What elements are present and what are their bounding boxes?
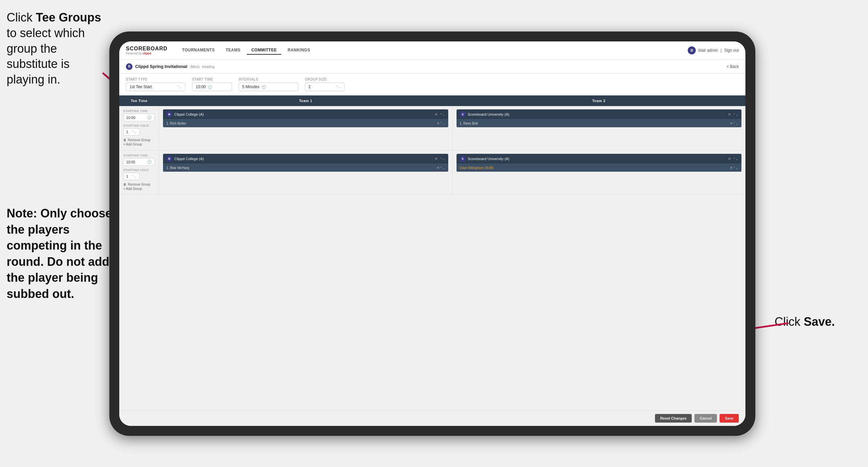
intervals-input[interactable]: 5 Minutes 🕙	[239, 83, 298, 91]
sub-header-title: Clippd Spring Invitational	[135, 64, 187, 69]
starting-time-input-1[interactable]: 10:00 🕙	[123, 114, 155, 121]
team1-actions-2: ✕ ⌃⌄	[435, 157, 445, 161]
cancel-button[interactable]: Cancel	[694, 414, 717, 422]
nav-teams[interactable]: TEAMS	[221, 46, 245, 55]
nav-user: B blair admin | Sign out	[688, 47, 739, 54]
team2-card-1[interactable]: S Scoreboard University (A) ✕ ⌃⌄ 1. Rees…	[457, 109, 742, 127]
group-size-label: Group Size	[305, 78, 345, 81]
team1-icon-1: B	[166, 111, 172, 117]
group-row-1: STARTING TIME: 10:00 🕙 STARTING HOLE: 1 …	[119, 106, 745, 150]
start-type-group: Start Type 1st Tee Start ⌃⌄	[126, 78, 186, 91]
team2-col-2: S Scoreboard University (A) ✕ ⌃⌄ Dave Bi…	[453, 150, 746, 195]
remove-group-btn-1[interactable]: 🗑 Remove Group	[123, 138, 155, 142]
starting-time-label-2: STARTING TIME:	[123, 154, 155, 157]
group-row-2: STARTING TIME: 10:05 🕙 STARTING HOLE: 1 …	[119, 150, 745, 195]
team2-chevron-2[interactable]: ⌃⌄	[733, 157, 738, 161]
team1-card-2[interactable]: B Clippd College (A) ✕ ⌃⌄ 2. Blair McHar…	[163, 154, 448, 172]
intervals-label: Intervals	[239, 78, 298, 81]
click-save-label: Click Save.	[775, 315, 835, 329]
player-chevron-2-0: ⌃⌄	[440, 166, 445, 170]
player-chevron-1-0: ⌃⌄	[440, 122, 445, 125]
team2-col-1: S Scoreboard University (A) ✕ ⌃⌄ 1. Rees…	[453, 106, 746, 150]
team2-card-2[interactable]: S Scoreboard University (A) ✕ ⌃⌄ Dave Bi…	[457, 154, 742, 172]
th-team1: Team 1	[159, 95, 452, 106]
nav-links: TOURNAMENTS TEAMS COMMITTEE RANKINGS	[178, 46, 688, 55]
player2-name-2-0: Dave Billingham (SUB)	[460, 166, 730, 170]
starting-time-input-2[interactable]: 10:05 🕙	[123, 158, 155, 166]
team2-remove-1[interactable]: ✕	[728, 112, 731, 117]
start-time-label: Start Time	[192, 78, 232, 81]
start-type-arrow: ⌃⌄	[177, 85, 182, 89]
table-header: Tee Time Team 1 Team 2	[119, 95, 745, 106]
reset-changes-button[interactable]: Reset Changes	[655, 414, 692, 422]
player-remove-2-0[interactable]: ✕	[437, 166, 440, 170]
starting-hole-label-1: STARTING HOLE:	[123, 124, 155, 127]
team2-name-1: Scoreboard University (A)	[468, 112, 726, 116]
team1-chevron-1[interactable]: ⌃⌄	[440, 113, 445, 116]
team-columns-2: B Clippd College (A) ✕ ⌃⌄ 2. Blair McHar…	[159, 150, 745, 195]
team2-chevron-1[interactable]: ⌃⌄	[733, 113, 738, 116]
add-group-btn-1[interactable]: + Add Group	[123, 143, 155, 146]
player-row-1-0[interactable]: 1. Rich Butler ✕ ⌃⌄	[163, 119, 448, 127]
player2-row-1-0[interactable]: 1. Rees Britt ✕ ⌃⌄	[457, 119, 742, 127]
team2-remove-2[interactable]: ✕	[728, 157, 731, 161]
note-content: Only choose the players competing in the…	[7, 206, 112, 301]
player2-remove-2-0[interactable]: ✕	[730, 166, 733, 170]
team2-icon-1: S	[460, 111, 466, 117]
nav-committee[interactable]: COMMITTEE	[247, 46, 282, 55]
starting-hole-input-1[interactable]: 1 ⌃⌄	[123, 128, 140, 136]
content-area: STARTING TIME: 10:00 🕙 STARTING HOLE: 1 …	[119, 106, 745, 426]
th-team2: Team 2	[452, 95, 745, 106]
starting-hole-input-2[interactable]: 1 ⌃⌄	[123, 173, 140, 180]
intervals-clock-icon: 🕙	[261, 85, 266, 89]
th-tee-time: Tee Time	[119, 95, 159, 106]
team2-actions-2: ✕ ⌃⌄	[728, 157, 738, 161]
team1-remove-1[interactable]: ✕	[435, 112, 438, 117]
team2-name-2: Scoreboard University (A)	[468, 157, 726, 161]
logo-text: SCOREBOARD	[126, 46, 168, 52]
team1-actions-1: ✕ ⌃⌄	[435, 112, 445, 117]
instructions-text: Click Tee Groups to select which group t…	[7, 10, 109, 88]
sub-header-badge: (Men)	[190, 65, 199, 68]
click-save-bold: Save.	[804, 315, 835, 328]
group-size-group: Group Size 2 ⌃⌄	[305, 78, 345, 91]
start-time-input[interactable]: 10:00 🕙	[192, 83, 232, 91]
team1-card-1[interactable]: B Clippd College (A) ✕ ⌃⌄ 1. Rich Butler	[163, 109, 448, 127]
clock-icon: 🕙	[208, 85, 212, 89]
hole2-arrow: ⌃⌄	[131, 175, 137, 178]
start-time-group: Start Time 10:00 🕙	[192, 78, 232, 91]
nav-tournaments[interactable]: TOURNAMENTS	[178, 46, 220, 55]
hole1-arrow: ⌃⌄	[131, 130, 137, 134]
group-size-input[interactable]: 2 ⌃⌄	[305, 83, 345, 91]
team1-chevron-2[interactable]: ⌃⌄	[440, 157, 445, 161]
start-type-input[interactable]: 1st Tee Start ⌃⌄	[126, 83, 186, 91]
navbar: SCOREBOARD Powered by clippd TOURNAMENTS…	[119, 41, 745, 60]
sign-out-link[interactable]: Sign out	[724, 48, 739, 53]
instruction-line2: to select which group the substitute is …	[7, 26, 85, 86]
sub-header-icon: B	[126, 63, 132, 70]
logo-area: SCOREBOARD Powered by clippd	[126, 46, 168, 55]
team2-header-2: S Scoreboard University (A) ✕ ⌃⌄	[457, 154, 742, 164]
start-settings: Start Type 1st Tee Start ⌃⌄ Start Time 1…	[119, 74, 745, 95]
team2-actions-1: ✕ ⌃⌄	[728, 112, 738, 117]
team1-header-1: B Clippd College (A) ✕ ⌃⌄	[163, 109, 448, 119]
starting-hole-label-2: STARTING HOLE:	[123, 168, 155, 172]
team-columns-1: B Clippd College (A) ✕ ⌃⌄ 1. Rich Butler	[159, 106, 745, 150]
save-button[interactable]: Save	[720, 414, 739, 422]
team1-header-2: B Clippd College (A) ✕ ⌃⌄	[163, 154, 448, 164]
team1-col-2: B Clippd College (A) ✕ ⌃⌄ 2. Blair McHar…	[159, 150, 453, 195]
add-group-btn-2[interactable]: + Add Group	[123, 187, 155, 191]
player-remove-1-0[interactable]: ✕	[437, 121, 440, 126]
team2-icon-2: S	[460, 156, 466, 162]
team1-remove-2[interactable]: ✕	[435, 157, 438, 161]
player-row-2-0[interactable]: 2. Blair McHarg ✕ ⌃⌄	[163, 164, 448, 172]
player2-row-2-0[interactable]: Dave Billingham (SUB) ✕ ⌃⌄	[457, 164, 742, 172]
nav-rankings[interactable]: RANKINGS	[283, 46, 315, 55]
starting-time-label-1: STARTING TIME:	[123, 109, 155, 113]
sub-header-hosting: Hosting	[202, 65, 214, 68]
player2-chevron-2-0: ⌃⌄	[733, 166, 738, 170]
remove-group-btn-2[interactable]: 🗑 Remove Group	[123, 183, 155, 186]
start-type-label: Start Type	[126, 78, 186, 81]
player2-remove-1-0[interactable]: ✕	[730, 121, 733, 126]
back-button[interactable]: < Back	[726, 64, 739, 69]
